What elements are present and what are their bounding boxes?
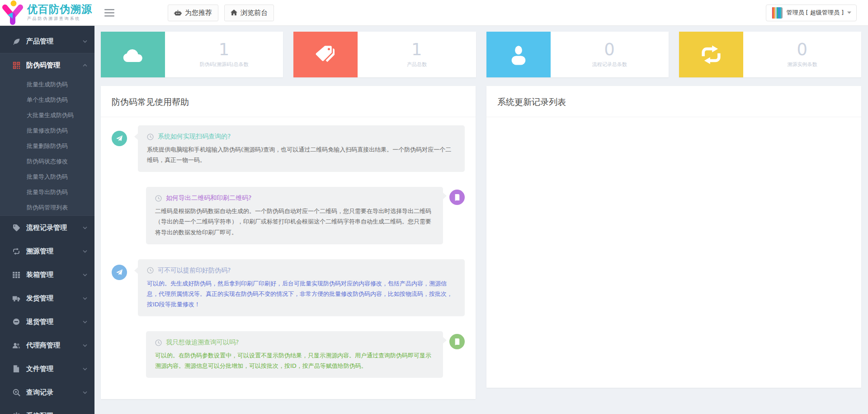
- sidebar-item-file-mgmt[interactable]: 文件管理: [0, 357, 94, 381]
- clock-icon: [155, 339, 162, 346]
- sidebar-item-process-record-mgmt[interactable]: 流程记录管理: [0, 216, 94, 239]
- stat-card-trace-instance-total[interactable]: 0 溯源实例条数: [679, 32, 861, 77]
- updates-panel: 系统更新记录列表: [486, 86, 861, 388]
- cloud-icon: [101, 32, 165, 77]
- qa-answer: 可以的。在防伪码参数设置中，可以设置不显示防伪结果，只显示溯源内容。用户通过查询…: [155, 350, 434, 371]
- clock-icon: [147, 133, 154, 140]
- subitem-label: 批量生成防伪码: [27, 81, 68, 89]
- sidebar-item-return-mgmt[interactable]: 退货管理: [0, 310, 94, 333]
- stat-card-anticode-total[interactable]: 1 防伪码(溯源码)总条数: [101, 32, 283, 77]
- top-bar: 优百防伪溯源 产品防伪溯源查询系统 为您推荐 浏览前台 管理员 [ 超级管理员 …: [0, 0, 868, 26]
- sidebar-item-system-config[interactable]: 系统配置: [0, 404, 94, 414]
- stat-value: 1: [411, 41, 422, 58]
- panels-row: 防伪码常见使用帮助 系统如何实现扫码查: [101, 86, 861, 399]
- file-icon: [12, 365, 21, 372]
- qa-title-row: 我只想做追溯查询可以吗?: [155, 338, 434, 347]
- help-panel-title: 防伪码常见使用帮助: [101, 86, 476, 117]
- subitem-label: 防伪码管理列表: [27, 204, 68, 212]
- sidebar-item-packing-mgmt[interactable]: 装箱管理: [0, 263, 94, 286]
- stat-cards-row: 1 防伪码(溯源码)总条数 1 产品总数: [101, 32, 861, 77]
- robot-icon: [174, 10, 182, 16]
- qa-title-row: 可不可以提前印好防伪码?: [147, 266, 456, 275]
- chevron-down-icon: [83, 320, 87, 324]
- book-icon: [449, 190, 465, 205]
- subitem-label: 批量导出防伪码: [27, 188, 68, 196]
- sidebar-item-label: 装箱管理: [26, 271, 83, 279]
- qa-answer: 二维码是根据防伪码数据自动生成的。一个防伪码自动对应一个二维码，您只需要在导出时…: [155, 206, 434, 237]
- subitem-label: 单个生成防伪码: [27, 96, 68, 104]
- stat-body: 0 流程记录总条数: [551, 32, 669, 77]
- app-window: 优百防伪溯源 产品防伪溯源查询系统 为您推荐 浏览前台 管理员 [ 超级管理员 …: [0, 0, 868, 414]
- sidebar-subitem-mass-generate[interactable]: 大批量生成防伪码: [0, 108, 94, 123]
- qa-question: 我只想做追溯查询可以吗?: [166, 338, 239, 347]
- sidebar-item-trace-mgmt[interactable]: 溯源管理: [0, 239, 94, 263]
- sidebar-subitem-batch-import[interactable]: 批量导入防伪码: [0, 169, 94, 185]
- stat-body: 1 防伪码(溯源码)总条数: [165, 32, 283, 77]
- clock-icon: [155, 195, 162, 202]
- sidebar-subitem-batch-modify[interactable]: 批量修改防伪码: [0, 123, 94, 138]
- sidebar-item-anticode-mgmt[interactable]: 防伪码管理: [0, 53, 94, 77]
- caret-down-icon: [847, 11, 851, 14]
- qa-answer: 可以的。先生成好防伪码，然后拿到印刷厂印刷好，后台可批量实现防伪码对应的内容修改…: [147, 278, 456, 309]
- stat-body: 0 溯源实例条数: [743, 32, 861, 77]
- sidebar-item-product-mgmt[interactable]: 产品管理: [0, 29, 94, 53]
- sidebar-item-label: 代理商管理: [26, 341, 83, 350]
- qa-question: 如何导出二维码和印刷二维码?: [166, 194, 251, 202]
- chevron-down-icon: [83, 226, 87, 229]
- subitem-label: 批量导入防伪码: [27, 173, 68, 181]
- sidebar-subitem-single-generate[interactable]: 单个生成防伪码: [0, 92, 94, 108]
- user-icon: [486, 32, 551, 77]
- chevron-down-icon: [83, 297, 87, 300]
- help-panel: 防伪码常见使用帮助 系统如何实现扫码查: [101, 86, 476, 399]
- sidebar-item-label: 发货管理: [26, 294, 83, 303]
- qa-item: 可不可以提前印好防伪码? 可以的。先生成好防伪码，然后拿到印刷厂印刷好，后台可批…: [112, 259, 465, 316]
- main-content: 1 防伪码(溯源码)总条数 1 产品总数: [94, 26, 868, 414]
- logo-title: 优百防伪溯源: [27, 4, 92, 14]
- logo-tagline: 产品防伪溯源查询系统: [27, 16, 92, 22]
- sidebar-item-label: 退货管理: [26, 318, 83, 326]
- qa-item: 系统如何实现扫码查询的? 系统提供电脑端和手机端输入防伪码(溯源码)查询，也可以…: [112, 125, 465, 172]
- stat-label: 产品总数: [407, 61, 427, 68]
- view-frontend-button[interactable]: 浏览前台: [224, 5, 274, 21]
- sidebar-subitem-batch-generate[interactable]: 批量生成防伪码: [0, 77, 94, 92]
- users-icon: [12, 342, 21, 349]
- stat-card-process-record-total[interactable]: 0 流程记录总条数: [486, 32, 669, 77]
- qa-question: 可不可以提前印好防伪码?: [158, 266, 231, 275]
- sidebar-item-query-record[interactable]: 查询记录: [0, 381, 94, 404]
- subitem-label: 防伪码状态修改: [27, 157, 68, 166]
- updates-panel-title: 系统更新记录列表: [486, 86, 861, 117]
- recommend-button-label: 为您推荐: [185, 9, 212, 17]
- chevron-down-icon: [83, 273, 87, 276]
- grid-icon: [12, 271, 21, 278]
- qa-title-row: 系统如何实现扫码查询的?: [147, 133, 456, 141]
- subitem-label: 批量删除防伪码: [27, 142, 68, 150]
- sidebar-item-label: 防伪码管理: [26, 61, 83, 70]
- view-frontend-button-label: 浏览前台: [241, 9, 268, 17]
- qa-item: 我只想做追溯查询可以吗? 可以的。在防伪码参数设置中，可以设置不显示防伪结果，只…: [112, 331, 465, 378]
- user-menu[interactable]: 管理员 [ 超级管理员 ]: [766, 5, 857, 21]
- chevron-down-icon: [83, 40, 87, 43]
- user-menu-label: 管理员 [ 超级管理员 ]: [786, 9, 844, 17]
- retweet-icon: [679, 32, 743, 77]
- chevron-up-icon: [83, 64, 87, 67]
- subitem-label: 大批量生成防伪码: [27, 111, 74, 119]
- sidebar-subitem-batch-export[interactable]: 批量导出防伪码: [0, 185, 94, 200]
- sidebar-item-shipping-mgmt[interactable]: 发货管理: [0, 286, 94, 310]
- subitem-label: 批量修改防伪码: [27, 127, 68, 135]
- sidebar-subitem-code-list[interactable]: 防伪码管理列表: [0, 200, 94, 215]
- sidebar-item-label: 产品管理: [26, 37, 83, 46]
- sidebar-item-agent-mgmt[interactable]: 代理商管理: [0, 333, 94, 357]
- chevron-down-icon: [83, 250, 87, 253]
- recommend-button[interactable]: 为您推荐: [168, 5, 218, 21]
- chevron-down-icon: [83, 344, 87, 347]
- sidebar-toggle-button[interactable]: [102, 6, 117, 19]
- chevron-down-icon: [83, 367, 87, 371]
- stat-card-product-total[interactable]: 1 产品总数: [293, 32, 476, 77]
- stat-value: 0: [604, 41, 615, 58]
- qrcode-icon: [12, 62, 21, 69]
- sidebar-subitem-status-modify[interactable]: 防伪码状态修改: [0, 154, 94, 169]
- tag-icon: [12, 224, 21, 232]
- sidebar-subitem-batch-delete[interactable]: 批量删除防伪码: [0, 138, 94, 154]
- minus-circle-icon: [12, 318, 21, 325]
- qa-question: 系统如何实现扫码查询的?: [158, 133, 231, 141]
